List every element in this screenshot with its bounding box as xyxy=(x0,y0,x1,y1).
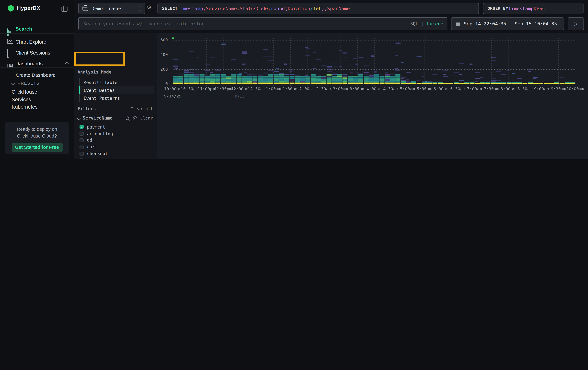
clickhouse-cloud-promo-card: Ready to deploy on ClickHouse Cloud? Get… xyxy=(5,122,69,154)
checkbox-icon[interactable] xyxy=(80,132,84,136)
query-token: StatusCode xyxy=(240,6,268,11)
filter-checkbox-row[interactable]: ✓payment xyxy=(74,124,157,130)
sidebar-item-services[interactable]: Services xyxy=(0,96,74,103)
x-tick-label: 10:00pm xyxy=(164,87,181,91)
x-tick-label: 2:00am xyxy=(299,87,314,91)
lucene-mode-option[interactable]: Lucene xyxy=(427,21,443,27)
latest-data-dot xyxy=(172,37,174,39)
filter-checkbox-row[interactable]: checkout xyxy=(74,150,157,157)
y-tick-label: 400 xyxy=(157,52,168,57)
sidebar-item-label: Client Sessions xyxy=(15,50,50,56)
brand-title: HyperDX xyxy=(17,5,41,11)
analysis-mode-results-table[interactable]: Results Table xyxy=(79,78,154,86)
x-tick-label: 10:00am xyxy=(567,87,584,91)
analysis-mode-heading: Analysis Mode xyxy=(78,69,111,75)
sidebar-item-client-sessions[interactable]: Client Sessions xyxy=(0,48,74,57)
checkbox-icon[interactable] xyxy=(80,158,84,159)
query-token: , xyxy=(268,6,271,11)
sidebar: ⚡ HyperDX Search Chart ExplorerClient Se… xyxy=(0,0,74,159)
duration-heatmap[interactable] xyxy=(173,38,575,87)
checkbox-checked-icon[interactable]: ✓ xyxy=(80,125,84,129)
sidebar-item-create-dashboard[interactable]: + Create Dashboard xyxy=(0,71,74,79)
filter-item-label: checkout xyxy=(87,151,108,156)
query-token: Timestamp xyxy=(178,6,203,11)
filter-checkbox-row[interactable]: cart xyxy=(74,144,157,150)
sidebar-item-dashboards[interactable]: Dashboards xyxy=(0,59,74,68)
y-tick-label: 0 xyxy=(157,81,168,86)
sidebar-item-label: Dashboards xyxy=(15,61,43,66)
preset-item-label: Services xyxy=(11,97,31,102)
x-tick-label: 4:30am xyxy=(383,87,398,91)
x-tick-label: 2:30am xyxy=(316,87,331,91)
pin-icon[interactable] xyxy=(133,116,137,120)
checkbox-icon[interactable] xyxy=(80,151,84,156)
source-select[interactable]: Demo Traces xyxy=(78,3,145,14)
search-icon[interactable] xyxy=(126,116,129,120)
sql-mode-option[interactable]: SQL xyxy=(410,21,418,27)
sidebar-item-chart-explorer[interactable]: Chart Explorer xyxy=(0,38,74,47)
time-range-value: Sep 14 22:04:35 - Sep 15 10:04:35 xyxy=(464,21,557,27)
filter-panel: Analysis Mode Results TableEvent DeltasE… xyxy=(74,33,157,159)
x-tick-label: 1:30am xyxy=(283,87,298,91)
x-tick-label: 12:00am xyxy=(231,87,248,91)
x-tick-label: 5:00am xyxy=(400,87,415,91)
analysis-mode-group: Results TableEvent DeltasEvent Patterns xyxy=(79,78,154,102)
sidebar-item-presets[interactable]: PRESETS xyxy=(0,80,74,87)
sql-select-input[interactable]: SELECT Timestamp, ServiceName, StatusCod… xyxy=(158,3,479,14)
x-tick-label: 5:30am xyxy=(417,87,432,91)
filter-group-icons: Clear xyxy=(126,114,153,122)
database-icon xyxy=(83,6,88,11)
collapse-sidebar-icon[interactable] xyxy=(62,6,67,11)
y-tick-label: 200 xyxy=(157,67,168,72)
chevron-down-icon[interactable] xyxy=(77,116,81,120)
query-language-toggle[interactable]: SQL | Lucene xyxy=(410,18,443,30)
query-token: , xyxy=(237,6,240,11)
x-date-label: 9/14/25 xyxy=(164,94,181,99)
checkbox-icon[interactable] xyxy=(80,145,84,149)
get-started-button[interactable]: Get Started for Free xyxy=(11,143,63,152)
sidebar-item-search[interactable]: Search xyxy=(0,24,74,33)
sidebar-item-clickhouse[interactable]: ClickHouse xyxy=(0,89,74,96)
clear-filter-button[interactable]: Clear xyxy=(140,116,153,120)
calendar-icon xyxy=(456,21,460,26)
analysis-mode-event-deltas[interactable]: Event Deltas xyxy=(79,86,154,94)
divider xyxy=(0,33,74,34)
x-tick-label: 12:30am xyxy=(248,87,265,91)
query-token: SpanName xyxy=(327,6,350,11)
x-tick-label: 4:00am xyxy=(367,87,381,91)
select-updown-icon xyxy=(139,6,141,11)
time-range-picker[interactable]: Sep 14 22:04:35 - Sep 15 10:04:35 xyxy=(451,17,564,30)
analysis-mode-label: Event Patterns xyxy=(84,95,120,101)
search-input[interactable]: Search your events w/ Lucene ex. column:… xyxy=(78,17,447,30)
create-dashboard-label: Create Dashboard xyxy=(16,72,55,78)
filter-group-servicename: ServiceNameClear✓paymentaccountingadcart… xyxy=(74,114,157,159)
checkbox-icon[interactable] xyxy=(80,138,84,142)
x-tick-label: 7:00am xyxy=(467,87,482,91)
run-query-button[interactable]: ▷ xyxy=(568,17,584,30)
query-token: , xyxy=(203,6,206,11)
filter-checkbox-row[interactable]: ad xyxy=(74,137,157,144)
chevron-down-icon xyxy=(11,81,15,85)
query-token: Duration xyxy=(288,6,310,11)
filter-checkbox-row[interactable]: accounting xyxy=(74,130,157,137)
preset-item-label: ClickHouse xyxy=(11,89,37,95)
sidebar-item-kubernetes[interactable]: Kubernetes xyxy=(0,103,74,111)
x-tick-label: 3:30am xyxy=(350,87,365,91)
analysis-mode-event-patterns[interactable]: Event Patterns xyxy=(79,94,154,102)
filter-group-name: ServiceName xyxy=(83,115,113,121)
x-tick-label: 6:30am xyxy=(450,87,465,91)
search-journal-icon xyxy=(7,29,8,36)
filter-checkbox-row[interactable]: currency xyxy=(74,157,157,159)
laptop-icon xyxy=(7,49,8,56)
promo-text-line2: ClickHouse Cloud? xyxy=(5,133,69,140)
clear-all-button[interactable]: Clear all xyxy=(130,106,153,111)
filter-group-header: ServiceNameClear xyxy=(74,114,157,122)
gear-icon[interactable]: ⚙ xyxy=(147,4,152,11)
divider xyxy=(0,67,74,68)
results-chart-area: 6004002000 10:00pm10:30pm11:00pm11:30pm1… xyxy=(157,33,588,159)
query-token: round( xyxy=(271,6,288,11)
x-tick-label: 9:30am xyxy=(551,87,566,91)
query-token: Timestamp xyxy=(508,6,534,11)
order-by-input[interactable]: ORDER BY Timestamp DESC xyxy=(483,3,584,14)
sidebar-item-label: Search xyxy=(15,26,32,32)
